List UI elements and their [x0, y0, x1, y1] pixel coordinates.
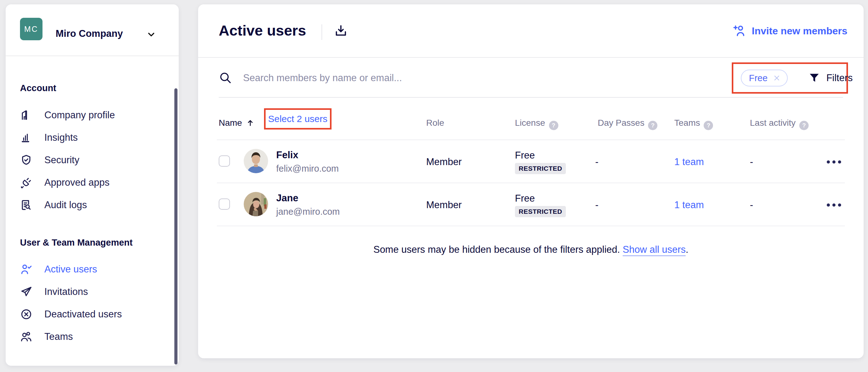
user-email: felix@miro.com: [276, 164, 339, 174]
ellipsis-dot: [827, 160, 830, 164]
workspace-name: Miro Company: [56, 28, 123, 39]
sidebar-item-label: Company profile: [44, 109, 115, 121]
user-name: Felix: [276, 149, 299, 161]
section-label-user-team-management: User & Team Management: [20, 237, 132, 248]
restricted-badge: RESTRICTED: [515, 163, 566, 174]
sidebar-item-label: Invitations: [44, 286, 88, 297]
show-all-users-link[interactable]: Show all users: [623, 244, 686, 255]
sidebar-item-teams[interactable]: Teams: [20, 328, 164, 345]
sidebar-item-security[interactable]: Security: [20, 151, 164, 169]
title-divider: [321, 24, 322, 40]
note-suffix: .: [685, 244, 688, 255]
help-icon[interactable]: ?: [648, 121, 657, 130]
search-divider: [219, 97, 843, 98]
last-activity-cell: -: [750, 156, 753, 168]
workspace-logo: MC: [20, 18, 42, 40]
user-name: Jane: [276, 193, 299, 204]
row-menu-ellipsis[interactable]: [825, 159, 843, 165]
column-header-license-label: License: [515, 118, 545, 128]
section-label-account: Account: [20, 83, 56, 93]
user-check-icon: [20, 263, 32, 276]
search-input[interactable]: [243, 69, 618, 88]
role-cell: Member: [426, 156, 462, 168]
invite-new-members-label: Invite new members: [752, 25, 847, 37]
filter-chip-label: Free: [749, 73, 768, 83]
shield-check-icon: [20, 154, 32, 166]
sidebar-item-deactivated-users[interactable]: Deactivated users: [20, 306, 164, 323]
column-header-name[interactable]: Name: [219, 118, 255, 128]
sidebar-item-label: Active users: [44, 264, 97, 275]
teams-link[interactable]: 1 team: [674, 156, 704, 168]
sidebar-item-label: Insights: [44, 132, 78, 143]
sidebar-scrollbar[interactable]: [174, 88, 178, 365]
restricted-badge: RESTRICTED: [515, 206, 566, 217]
column-header-teams-label: Teams: [674, 118, 700, 128]
sidebar-item-label: Audit logs: [44, 199, 87, 211]
sidebar: MC Miro Company Account Company profile …: [6, 4, 179, 366]
bar-chart-icon: [20, 131, 32, 144]
row-divider: [217, 139, 845, 140]
last-activity-cell: -: [750, 199, 753, 211]
help-icon[interactable]: ?: [549, 121, 558, 130]
close-icon[interactable]: [773, 74, 781, 82]
sidebar-item-invitations[interactable]: Invitations: [20, 283, 164, 301]
sidebar-header-divider: [6, 56, 179, 56]
sidebar-item-company-profile[interactable]: Company profile: [20, 106, 164, 124]
row-checkbox[interactable]: [219, 156, 230, 167]
row-menu-ellipsis[interactable]: [825, 202, 843, 208]
ellipsis-dot: [838, 160, 841, 164]
document-search-icon: [20, 199, 32, 211]
sidebar-item-insights[interactable]: Insights: [20, 129, 164, 146]
row-checkbox[interactable]: [219, 199, 230, 210]
chevron-down-icon[interactable]: [146, 29, 156, 39]
license-cell: Free: [515, 193, 535, 204]
workspace-switcher[interactable]: MC Miro Company: [6, 4, 179, 56]
plug-icon: [20, 176, 32, 189]
avatar: [244, 149, 268, 173]
sidebar-item-label: Security: [44, 155, 80, 166]
add-user-icon: [733, 24, 746, 38]
annotation-box-filters: Free Filters: [732, 62, 848, 94]
filters-hidden-note: Some users may be hidden because of the …: [198, 244, 864, 255]
building-icon: [20, 109, 32, 122]
filter-chip-free[interactable]: Free: [741, 70, 788, 87]
column-header-teams: Teams?: [674, 118, 713, 130]
paper-plane-icon: [20, 285, 32, 298]
row-divider: [217, 226, 845, 226]
help-icon[interactable]: ?: [704, 121, 713, 130]
help-icon[interactable]: ?: [799, 121, 809, 130]
column-header-license: License?: [515, 118, 558, 130]
filters-label: Filters: [827, 72, 853, 83]
note-text: Some users may be hidden because of the …: [373, 244, 623, 255]
row-divider: [217, 182, 845, 183]
ellipsis-dot: [832, 203, 836, 207]
ellipsis-dot: [827, 203, 830, 207]
annotation-box-select-users: Select 2 users: [264, 108, 332, 130]
user-email: jane@miro.com: [276, 207, 340, 217]
ellipsis-dot: [832, 160, 836, 164]
column-header-name-label: Name: [219, 118, 242, 128]
column-header-last-activity: Last activity?: [750, 118, 809, 130]
day-passes-cell: -: [595, 156, 598, 168]
filters-button[interactable]: Filters: [808, 72, 853, 84]
users-icon: [20, 331, 32, 343]
sidebar-item-label: Teams: [44, 331, 73, 342]
day-passes-cell: -: [595, 199, 598, 211]
sidebar-item-audit-logs[interactable]: Audit logs: [20, 196, 164, 214]
ellipsis-dot: [838, 203, 841, 207]
invite-new-members-button[interactable]: Invite new members: [733, 23, 847, 39]
license-cell: Free: [515, 150, 535, 161]
header-divider: [198, 57, 864, 58]
funnel-icon: [808, 72, 820, 84]
sort-ascending-icon: [246, 119, 255, 127]
select-users-link[interactable]: Select 2 users: [268, 113, 328, 124]
column-header-day-passes-label: Day Passes: [598, 118, 644, 128]
column-header-day-passes: Day Passes?: [598, 118, 657, 130]
teams-link[interactable]: 1 team: [674, 199, 704, 211]
x-circle-icon: [20, 308, 32, 320]
sidebar-item-approved-apps[interactable]: Approved apps: [20, 174, 164, 191]
main-panel: Active users Invite new members Free Fil…: [198, 4, 864, 358]
avatar: [244, 192, 268, 216]
download-icon[interactable]: [334, 24, 348, 38]
sidebar-item-active-users[interactable]: Active users: [20, 261, 164, 278]
